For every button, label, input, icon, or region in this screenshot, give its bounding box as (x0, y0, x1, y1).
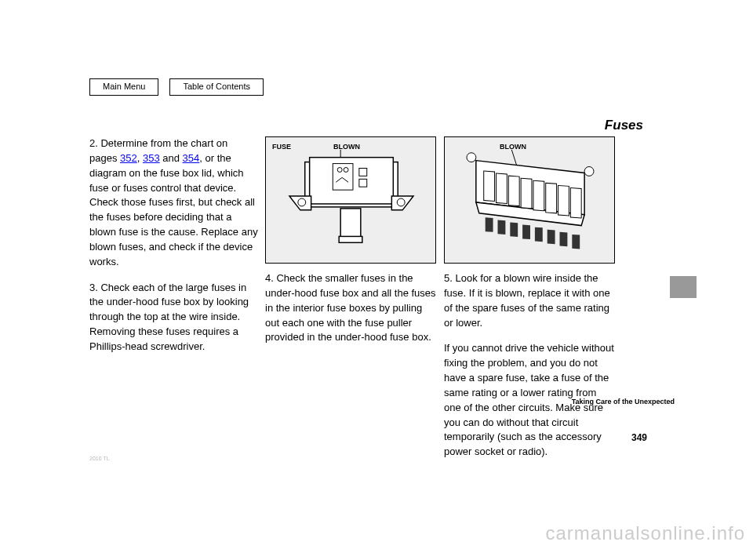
svg-rect-15 (484, 171, 495, 201)
label-blown: BLOWN (500, 142, 526, 152)
svg-rect-11 (339, 236, 362, 242)
side-tab (670, 276, 697, 298)
svg-rect-17 (508, 176, 519, 205)
column-2: FUSE BLOWN 4. Check the smaller fuses in… (265, 136, 438, 356)
sep: , (137, 152, 143, 164)
and: and (160, 152, 183, 164)
main-menu-button[interactable]: Main Menu (89, 78, 158, 96)
svg-point-13 (467, 153, 476, 162)
step-2: 2. Determine from the chart on pages 352… (89, 136, 258, 270)
svg-rect-30 (572, 235, 580, 249)
svg-rect-16 (497, 173, 507, 203)
step-text-cont: , or the diagram on the fuse box lid, wh… (89, 152, 258, 267)
svg-rect-21 (558, 185, 569, 215)
watermark: carmanualsonline.info (546, 520, 745, 547)
svg-rect-19 (533, 180, 544, 210)
fuse-diagram-2: BLOWN (444, 136, 615, 264)
toc-button[interactable]: Table of Contents (169, 78, 264, 96)
svg-rect-18 (521, 178, 532, 208)
svg-rect-25 (510, 223, 518, 237)
svg-rect-28 (547, 230, 555, 244)
svg-rect-29 (560, 232, 568, 246)
page-title: Fuses (605, 116, 643, 136)
step-5: 5. Look for a blown wire inside the fuse… (444, 271, 615, 330)
step-number: 5. (444, 272, 453, 284)
page-link-353[interactable]: 353 (143, 152, 160, 164)
svg-rect-24 (498, 220, 506, 234)
svg-rect-26 (522, 225, 530, 239)
step-number: 2. (89, 137, 98, 149)
section-label: Taking Care of the Unexpected (572, 397, 675, 407)
page-link-354[interactable]: 354 (183, 152, 200, 164)
svg-rect-10 (340, 209, 361, 238)
step-number: 4. (265, 272, 274, 284)
step-text: Check each of the large fuses in the und… (89, 282, 249, 352)
fuse-illustration (266, 137, 435, 263)
fuse-box-illustration (445, 137, 614, 263)
page-link-352[interactable]: 352 (120, 152, 137, 164)
step-number: 3. (89, 282, 98, 293)
step-4: 4. Check the smaller fuses in the under-… (265, 271, 438, 345)
fuse-diagram-1: FUSE BLOWN (265, 136, 436, 264)
label-blown: BLOWN (333, 142, 360, 152)
step-text: Look for a blown wire inside the fuse. I… (444, 272, 610, 329)
svg-rect-22 (570, 188, 581, 218)
step-3: 3. Check each of the large fuses in the … (89, 281, 258, 355)
model-year: 2010 TL (89, 455, 110, 463)
label-fuse: FUSE (272, 142, 291, 152)
svg-point-14 (584, 167, 594, 176)
svg-rect-3 (333, 164, 353, 191)
svg-rect-23 (486, 217, 493, 231)
svg-rect-20 (546, 183, 557, 213)
column-1: 2. Determine from the chart on pages 352… (89, 136, 258, 365)
svg-rect-27 (535, 227, 543, 242)
page-number: 349 (631, 431, 647, 445)
column-3: BLOWN (444, 136, 615, 471)
step-text: Check the smaller fuses in the under-hoo… (265, 272, 436, 343)
